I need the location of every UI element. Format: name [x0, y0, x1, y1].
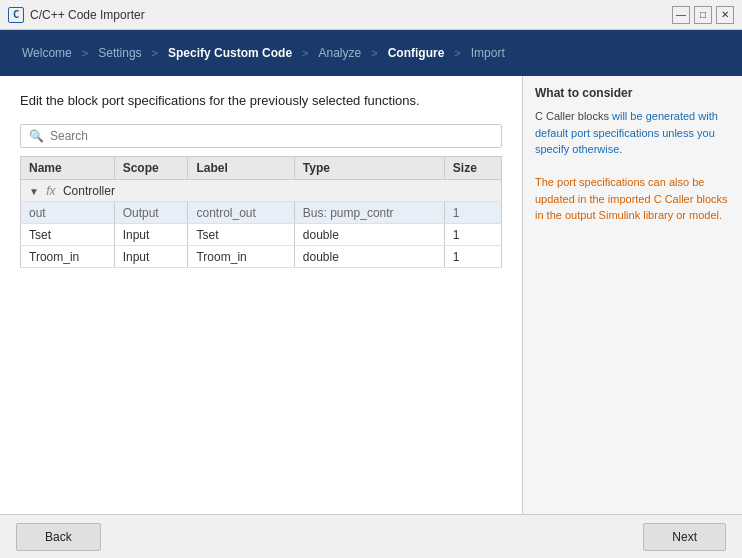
group-name: Controller — [63, 184, 115, 198]
search-icon: 🔍 — [29, 129, 44, 143]
minimize-button[interactable]: — — [672, 6, 690, 24]
col-header-type: Type — [294, 157, 444, 180]
text-orange-1: The port specifications can also be upda… — [535, 176, 728, 221]
cell-size: 1 — [444, 202, 501, 224]
next-button[interactable]: Next — [643, 523, 726, 551]
cell-label: Troom_in — [188, 246, 294, 268]
left-panel: Edit the block port specifications for t… — [0, 76, 522, 514]
title-bar-left: C C/C++ Code Importer — [8, 7, 145, 23]
collapse-icon[interactable]: ▼ — [29, 186, 39, 197]
fx-label: fx — [46, 184, 55, 198]
cell-name: Troom_in — [21, 246, 115, 268]
col-header-size: Size — [444, 157, 501, 180]
right-panel-title: What to consider — [535, 86, 730, 100]
cell-label: Tset — [188, 224, 294, 246]
cell-scope: Input — [114, 246, 188, 268]
nav-arrow-2: > — [148, 47, 162, 59]
nav-item-analyze[interactable]: Analyze — [313, 46, 368, 60]
right-panel: What to consider C Caller blocks will be… — [522, 76, 742, 514]
nav-arrow-1: > — [78, 47, 92, 59]
cell-size: 1 — [444, 224, 501, 246]
nav-bar: Welcome > Settings > Specify Custom Code… — [0, 30, 742, 76]
close-button[interactable]: ✕ — [716, 6, 734, 24]
text-normal-1: C Caller blocks — [535, 110, 612, 122]
page-title: Edit the block port specifications for t… — [20, 92, 502, 110]
col-header-name: Name — [21, 157, 115, 180]
cell-scope: Input — [114, 224, 188, 246]
footer: Back Next — [0, 514, 742, 558]
col-header-scope: Scope — [114, 157, 188, 180]
cell-type: double — [294, 246, 444, 268]
cell-type: double — [294, 224, 444, 246]
nav-arrow-5: > — [450, 47, 464, 59]
search-bar[interactable]: 🔍 — [20, 124, 502, 148]
table-header-row: Name Scope Label Type Size — [21, 157, 502, 180]
search-input[interactable] — [50, 129, 493, 143]
cell-type: Bus: pump_contr — [294, 202, 444, 224]
col-header-label: Label — [188, 157, 294, 180]
nav-item-import[interactable]: Import — [465, 46, 511, 60]
right-panel-text: C Caller blocks will be generated with d… — [535, 108, 730, 224]
title-bar: C C/C++ Code Importer — □ ✕ — [0, 0, 742, 30]
maximize-button[interactable]: □ — [694, 6, 712, 24]
app-icon: C — [8, 7, 24, 23]
nav-arrow-3: > — [298, 47, 312, 59]
title-bar-controls[interactable]: — □ ✕ — [672, 6, 734, 24]
nav-item-configure[interactable]: Configure — [382, 46, 451, 60]
nav-item-specify-custom-code[interactable]: Specify Custom Code — [162, 46, 298, 60]
table-row[interactable]: Tset Input Tset double 1 — [21, 224, 502, 246]
back-button[interactable]: Back — [16, 523, 101, 551]
nav-item-welcome[interactable]: Welcome — [16, 46, 78, 60]
cell-size: 1 — [444, 246, 501, 268]
window-title: C/C++ Code Importer — [30, 8, 145, 22]
nav-arrow-4: > — [367, 47, 381, 59]
cell-name: out — [21, 202, 115, 224]
nav-item-settings[interactable]: Settings — [92, 46, 147, 60]
table-group-row[interactable]: ▼ fx Controller — [21, 180, 502, 202]
cell-scope: Output — [114, 202, 188, 224]
data-table: Name Scope Label Type Size ▼ fx Controll… — [20, 156, 502, 268]
cell-name: Tset — [21, 224, 115, 246]
table-row[interactable]: out Output control_out Bus: pump_contr 1 — [21, 202, 502, 224]
main-content: Edit the block port specifications for t… — [0, 76, 742, 514]
group-row-cell: ▼ fx Controller — [21, 180, 502, 202]
cell-label: control_out — [188, 202, 294, 224]
table-row[interactable]: Troom_in Input Troom_in double 1 — [21, 246, 502, 268]
